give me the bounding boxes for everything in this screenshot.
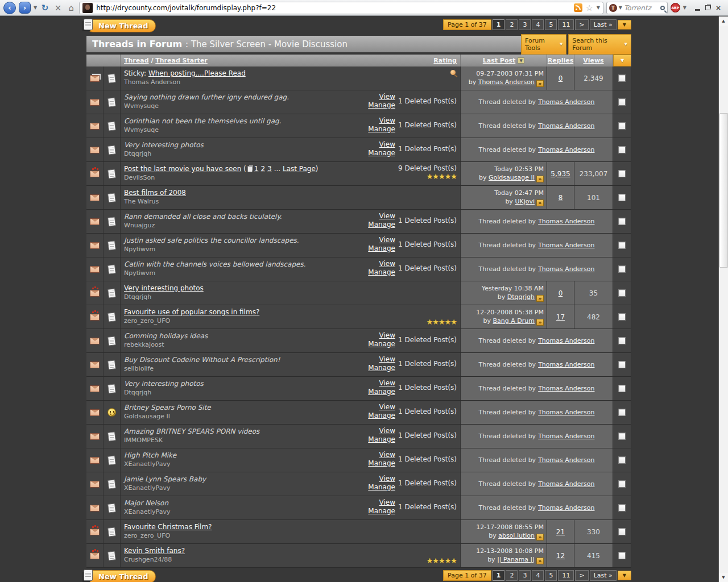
minimize-button[interactable] [695, 9, 700, 11]
thread-checkbox[interactable] [618, 194, 626, 201]
sort-thread-starter-link[interactable]: Thread Starter [155, 57, 208, 64]
page-button-11[interactable]: 11 [558, 19, 574, 30]
sort-last-post-link[interactable]: Last Post [483, 57, 516, 64]
page-button-11[interactable]: 11 [558, 570, 574, 581]
deleted-by-link[interactable]: Thomas Anderson [538, 146, 594, 153]
deleted-by-link[interactable]: Thomas Anderson [538, 98, 594, 106]
home-icon[interactable]: ⌂ [66, 3, 76, 13]
address-bar[interactable]: http://drycounty.com/jovitalk/forumdispl… [79, 2, 603, 14]
forward-button-icon[interactable]: › [19, 2, 31, 14]
thread-title-link[interactable]: Best films of 2008 [124, 189, 186, 197]
manage-deleted-link[interactable]: Manage [368, 411, 395, 420]
close-button[interactable]: × [715, 5, 721, 11]
view-deleted-link[interactable]: View [379, 427, 395, 435]
manage-deleted-link[interactable]: Manage [368, 435, 395, 444]
replies-count-link[interactable]: 17 [556, 313, 565, 321]
view-deleted-link[interactable]: View [379, 93, 395, 101]
thread-title-link[interactable]: When posting....Please Read [148, 69, 246, 77]
page-button-4[interactable]: 4 [532, 570, 544, 581]
page-button-3[interactable]: 3 [519, 19, 531, 30]
view-deleted-link[interactable]: View [379, 212, 395, 221]
deleted-by-link[interactable]: Thomas Anderson [538, 337, 594, 344]
manage-deleted-link[interactable]: Manage [368, 221, 395, 229]
search-forum-button[interactable]: Search this Forum ▼ [568, 34, 631, 55]
view-deleted-link[interactable]: View [379, 355, 395, 364]
last-poster-link[interactable]: absol.lution [498, 532, 535, 539]
manage-deleted-link[interactable]: Manage [368, 483, 395, 492]
last-poster-link[interactable]: Goldsausage II [489, 174, 535, 181]
deleted-by-link[interactable]: Thomas Anderson [538, 433, 594, 440]
deleted-by-link[interactable]: Thomas Anderson [538, 218, 594, 225]
page-button-2[interactable]: 2 [506, 19, 518, 30]
thread-checkbox[interactable] [618, 552, 626, 559]
replies-count-link[interactable]: 5,935 [551, 170, 570, 178]
thread-title-link[interactable]: Post the last movie you have seen [124, 165, 241, 173]
goto-last-post-icon[interactable]: » [536, 558, 544, 564]
thread-title-link[interactable]: Favourite Christmas Film? [124, 523, 212, 531]
thread-checkbox[interactable] [618, 98, 626, 106]
thread-checkbox[interactable] [618, 433, 626, 440]
manage-deleted-link[interactable]: Manage [368, 364, 395, 372]
last-poster-link[interactable]: Bang A Drum [493, 317, 535, 325]
thread-checkbox[interactable] [618, 504, 626, 512]
replies-count-link[interactable]: 12 [556, 552, 565, 560]
deleted-by-link[interactable]: Thomas Anderson [538, 480, 594, 488]
page-button-4[interactable]: 4 [532, 19, 544, 30]
replies-count-link[interactable]: 0 [559, 289, 563, 297]
thread-checkbox[interactable] [618, 122, 626, 130]
manage-deleted-link[interactable]: Manage [368, 507, 395, 516]
search-go-icon[interactable] [660, 6, 665, 10]
adblock-dropdown-icon[interactable]: ▼ [683, 5, 686, 10]
last-poster-link[interactable]: UKjovi [515, 198, 535, 205]
manage-deleted-link[interactable]: Manage [368, 268, 395, 277]
thread-checkbox[interactable] [618, 361, 626, 368]
goto-last-post-icon[interactable]: » [536, 319, 544, 326]
search-box[interactable]: T ▼ Torrentz [606, 2, 668, 14]
new-thread-button[interactable]: New Thread [86, 19, 156, 32]
thread-checkbox[interactable] [618, 242, 626, 249]
thread-checkbox[interactable] [618, 456, 626, 464]
page-button-5[interactable]: 5 [545, 19, 557, 30]
view-deleted-link[interactable]: View [379, 379, 395, 388]
next-page-button[interactable]: > [575, 570, 588, 581]
bookmark-dropdown-icon[interactable]: ▼ [597, 5, 600, 10]
last-poster-link[interactable]: Thomas Anderson [478, 78, 535, 86]
restore-button[interactable] [705, 5, 710, 10]
scrollbar-thumb[interactable] [719, 113, 728, 268]
sort-replies-link[interactable]: Replies [548, 57, 573, 64]
sort-order-icon[interactable]: ▼ [518, 57, 524, 64]
manage-deleted-link[interactable]: Manage [368, 101, 395, 110]
forum-tools-button[interactable]: Forum Tools ▼ [521, 34, 566, 55]
page-button-1[interactable]: 1 [493, 19, 505, 30]
thread-checkbox[interactable] [618, 265, 626, 273]
manage-deleted-link[interactable]: Manage [368, 125, 395, 134]
sort-thread-link[interactable]: Thread [124, 57, 149, 64]
thread-checkbox[interactable] [618, 218, 626, 225]
deleted-by-link[interactable]: Thomas Anderson [538, 409, 594, 416]
thread-checkbox[interactable] [618, 170, 626, 177]
view-deleted-link[interactable]: View [379, 140, 395, 149]
thread-checkbox[interactable] [618, 313, 626, 321]
thread-page-link[interactable]: 1 [254, 165, 259, 173]
thread-checkbox[interactable] [618, 409, 626, 416]
view-deleted-link[interactable]: View [379, 451, 395, 459]
history-dropdown-icon[interactable]: ▼ [34, 5, 37, 10]
page-button-3[interactable]: 3 [519, 570, 531, 581]
sort-rating-link[interactable]: Rating [433, 57, 457, 64]
manage-deleted-link[interactable]: Manage [368, 340, 395, 348]
next-page-button[interactable]: > [575, 19, 588, 30]
view-deleted-link[interactable]: View [379, 475, 395, 483]
goto-last-post-icon[interactable]: » [536, 534, 544, 541]
deleted-by-link[interactable]: Thomas Anderson [538, 504, 594, 512]
manage-deleted-link[interactable]: Manage [368, 149, 395, 157]
url-text[interactable]: http://drycounty.com/jovitalk/forumdispl… [96, 4, 570, 12]
manage-deleted-link[interactable]: Manage [368, 244, 395, 253]
thread-checkbox[interactable] [618, 337, 626, 344]
back-button-icon[interactable]: ‹ [3, 2, 16, 14]
sort-views-link[interactable]: Views [583, 57, 603, 64]
selection-dropdown-button[interactable]: ▼ [613, 55, 631, 66]
page-button-1[interactable]: 1 [493, 570, 505, 581]
thread-title-link[interactable]: Kevin Smith fans? [124, 547, 185, 555]
deleted-by-link[interactable]: Thomas Anderson [538, 361, 594, 368]
page-button-2[interactable]: 2 [506, 570, 518, 581]
